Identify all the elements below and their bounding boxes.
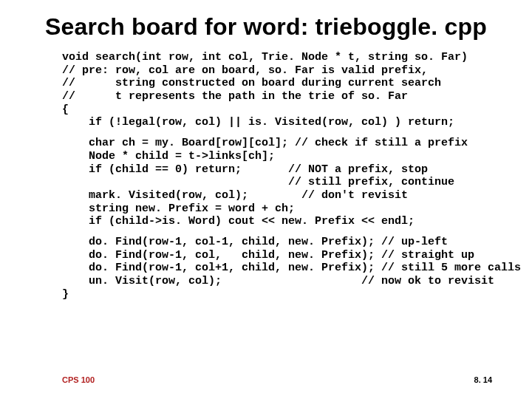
code-line: if (child == 0) return; // NOT a prefix,… <box>62 163 428 176</box>
code-line: // still prefix, continue <box>62 176 454 188</box>
code-line: mark. Visited(row, col); // don't revisi… <box>62 189 408 202</box>
footer-left: CPS 100 <box>62 375 95 384</box>
code-line: if (!legal(row, col) || is. Visited(row,… <box>62 116 454 129</box>
code-line: do. Find(row-1, col+1, child, new. Prefi… <box>62 262 521 274</box>
code-line: do. Find(row-1, col, child, new. Prefix)… <box>62 249 474 262</box>
code-line: // string constructed on board during cu… <box>62 77 441 89</box>
code-line: un. Visit(row, col); // now ok to revisi… <box>62 275 494 287</box>
code-line: void search(int row, int col, Trie. Node… <box>62 51 468 64</box>
code-line: string new. Prefix = word + ch; <box>62 202 295 215</box>
slide-title: Search board for word: trieboggle. cpp <box>0 13 532 41</box>
code-line: } <box>62 288 69 301</box>
footer-right: 8. 14 <box>474 375 492 384</box>
code-line: // t represents the path in the trie of … <box>62 90 408 103</box>
code-line: { <box>62 103 69 116</box>
code-block: void search(int row, int col, Trie. Node… <box>62 51 532 301</box>
code-line: Node * child = t->links[ch]; <box>62 150 275 163</box>
code-line: if (child->is. Word) cout << new. Prefix… <box>62 215 415 228</box>
code-line: char ch = my. Board[row][col]; // check … <box>62 137 468 149</box>
code-line: // pre: row, col are on board, so. Far i… <box>62 64 428 77</box>
slide: Search board for word: trieboggle. cpp v… <box>0 0 532 399</box>
code-line: do. Find(row-1, col-1, child, new. Prefi… <box>62 236 448 248</box>
